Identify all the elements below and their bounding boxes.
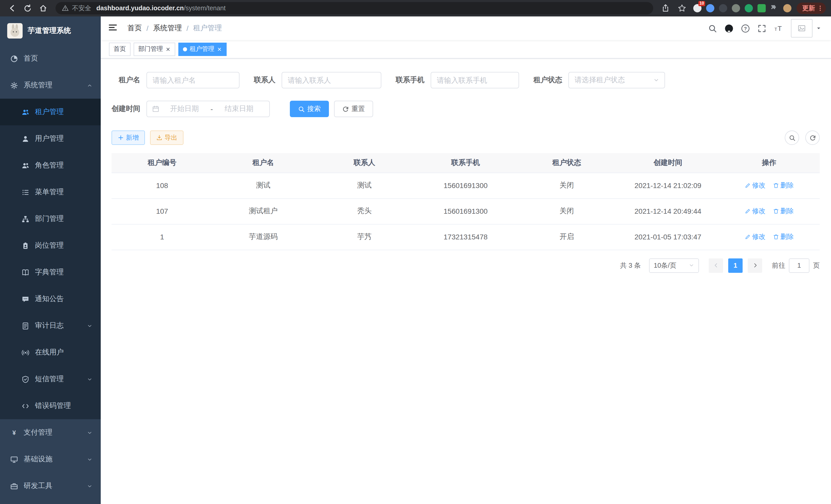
delete-link[interactable]: 删除 [773,207,794,216]
edit-link[interactable]: 修改 [744,181,766,190]
sidebar-item-user[interactable]: 用户管理 [0,125,101,152]
sidebar-item-online-user[interactable]: 在线用户 [0,339,101,366]
browser-nav-buttons [5,2,50,14]
sidebar-item-error-code[interactable]: 错误码管理 [0,392,101,419]
yen-icon: ¥ [10,429,18,437]
sidebar-item-role[interactable]: 角色管理 [0,152,101,179]
tag-home[interactable]: 首页 [109,42,131,56]
sidebar-item-pay[interactable]: ¥支付管理 [0,419,101,446]
sidebar-item-infra[interactable]: 基础设施 [0,446,101,473]
chevron-down-icon [689,263,694,268]
table-tools [785,130,820,145]
extension-4-icon[interactable] [732,4,740,12]
delete-link[interactable]: 删除 [773,181,794,190]
font-size-icon: TT [774,24,783,33]
sidebar-item-sms[interactable]: 短信管理 [0,366,101,392]
create-time-range-picker[interactable]: 开始日期 - 结束日期 [146,101,270,117]
chevron-left-icon [713,263,719,268]
sidebar-item-post[interactable]: 岗位管理 [0,232,101,259]
cell-created: 2021-12-14 21:02:09 [617,173,718,198]
cell-id: 108 [112,173,213,198]
current-page-button[interactable]: 1 [728,258,743,272]
tag-dept[interactable]: 部门管理 [134,42,175,56]
browser-right-cluster: 10 更新 [658,2,826,14]
user-icon [22,135,29,143]
goto-page-input[interactable] [789,258,809,272]
calendar-icon [152,105,159,113]
export-button[interactable]: 导出 [150,130,183,145]
sidebar-item-label: 角色管理 [35,161,64,170]
search-button[interactable]: 搜索 [290,101,329,117]
search-button[interactable] [708,24,717,33]
github-button[interactable] [725,24,733,33]
reset-button[interactable]: 重置 [334,101,373,117]
sidebar-item-label: 字典管理 [35,268,64,277]
top-navbar: 首页/系统管理/租户管理 ?TT [101,17,831,40]
refresh-icon [342,106,349,112]
date-separator: - [209,105,214,113]
sidebar-item-notice[interactable]: 通知公告 [0,286,101,313]
tenant-name-input[interactable] [146,72,239,88]
prev-page-button[interactable] [709,258,723,272]
avatar[interactable] [791,19,812,37]
sidebar-item-label: 研发工具 [24,481,52,491]
extension-6-icon[interactable] [757,4,766,12]
chevron-down-icon [653,77,659,83]
add-button[interactable]: 新增 [112,130,145,145]
sidebar-item-dept[interactable]: 部门管理 [0,206,101,232]
help-button[interactable]: ? [741,24,750,33]
refresh-table-button[interactable] [805,130,820,145]
cell-status: 关闭 [516,173,618,198]
extension-5-icon[interactable] [745,4,753,12]
font-size-button[interactable]: TT [774,24,783,33]
sidebar-item-dict[interactable]: 字典管理 [0,259,101,286]
status-select[interactable]: 请选择租户状态 [568,72,665,88]
address-bar[interactable]: 不安全 dashboard.yudao.iocoder.cn/system/te… [56,2,653,14]
extension-1-icon[interactable]: 10 [693,4,701,12]
sidebar-item-home[interactable]: 首页 [0,45,101,72]
edit-link[interactable]: 修改 [744,232,766,241]
breadcrumb-item-home[interactable]: 首页 [127,24,142,33]
home-icon [39,4,47,12]
bookmark-button[interactable] [675,2,689,14]
logo: 芋道管理系统 [0,17,101,45]
contact-input[interactable] [282,72,381,88]
edit-link[interactable]: 修改 [744,207,766,216]
breadcrumb-item-system[interactable]: 系统管理 [153,24,182,33]
calendar-icon [152,105,159,113]
extension-3-icon[interactable] [719,4,727,12]
browser-extensions: 10 [693,4,792,12]
sidebar-item-audit-log[interactable]: 审计日志 [0,313,101,339]
trash-icon [773,234,779,240]
page-size-select[interactable]: 10条/页 [649,258,699,272]
fullscreen-button[interactable] [757,24,766,33]
sidebar-item-system[interactable]: 系统管理 [0,72,101,99]
sidebar-item-dev-tool[interactable]: 研发工具 [0,473,101,499]
sidebar-item-label: 短信管理 [35,375,64,384]
cell-mobile: 17321315478 [415,224,516,250]
browser-back-button[interactable] [5,2,20,14]
profile-icon[interactable] [783,4,792,12]
sidebar-item-label: 在线用户 [35,348,64,357]
share-button[interactable] [658,2,673,14]
extensions-menu-icon[interactable] [770,4,779,12]
svg-text:T: T [774,27,777,32]
next-page-button[interactable] [748,258,762,272]
mobile-input[interactable] [431,72,519,88]
update-button[interactable]: 更新 [797,3,826,14]
close-icon[interactable] [217,47,222,52]
toggle-search-button[interactable] [785,130,799,145]
browser-menu-dots-icon[interactable] [816,5,824,12]
sidebar-toggle-button[interactable] [108,23,119,34]
caret-down-icon[interactable] [815,25,822,31]
back-icon [8,4,17,12]
sidebar-item-menu[interactable]: 菜单管理 [0,179,101,206]
browser-reload-button[interactable] [21,2,35,14]
delete-link[interactable]: 删除 [773,232,794,241]
sidebar-item-tenant[interactable]: 租户管理 [0,99,101,125]
sidebar: 芋道管理系统 首页系统管理租户管理用户管理角色管理菜单管理部门管理岗位管理字典管… [0,17,101,504]
close-icon[interactable] [166,47,171,52]
tag-tenant[interactable]: 租户管理 [178,42,227,56]
browser-home-button[interactable] [36,2,50,14]
extension-2-icon[interactable] [706,4,714,12]
